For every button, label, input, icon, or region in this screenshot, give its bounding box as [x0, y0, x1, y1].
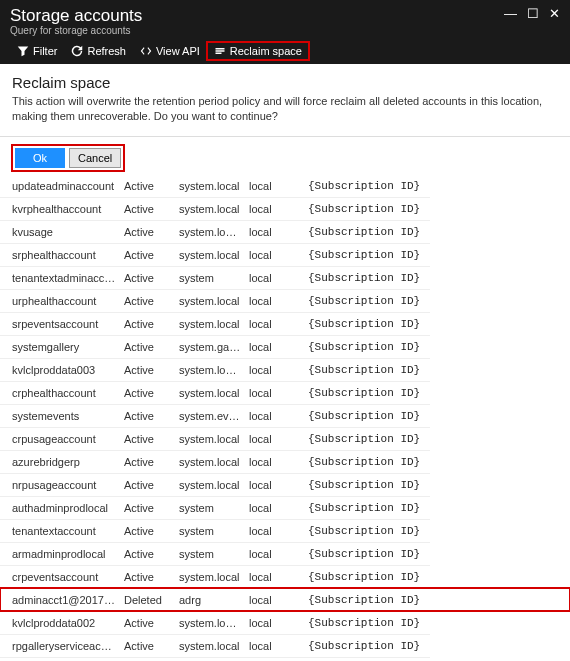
- location-cell: local: [245, 450, 290, 473]
- subscription-cell: {Subscription ID}: [290, 289, 430, 312]
- refresh-button[interactable]: Refresh: [64, 42, 133, 60]
- view-api-label: View API: [156, 45, 200, 57]
- location-cell: local: [245, 565, 290, 588]
- location-cell: local: [245, 381, 290, 404]
- table-row[interactable]: systemgalleryActivesystem.gall…local{Sub…: [0, 335, 570, 358]
- table-row[interactable]: kvusageActivesystem.loca…local{Subscript…: [0, 220, 570, 243]
- status-cell: Active: [120, 175, 175, 198]
- location-cell: local: [245, 519, 290, 542]
- resource-group-cell: system.loca…: [175, 358, 245, 381]
- status-cell: Active: [120, 450, 175, 473]
- status-cell: Active: [120, 335, 175, 358]
- status-cell: Active: [120, 266, 175, 289]
- refresh-icon: [71, 45, 83, 57]
- subscription-cell: {Subscription ID}: [290, 335, 430, 358]
- table-row[interactable]: adminacct1@2017-02-22T18…Deletedadrgloca…: [0, 588, 570, 611]
- table-row[interactable]: kvrphealthaccountActivesystem.locallocal…: [0, 197, 570, 220]
- account-name-cell: tenantextadminaccount: [0, 266, 120, 289]
- resource-group-cell: system: [175, 542, 245, 565]
- status-cell: Active: [120, 312, 175, 335]
- location-cell: local: [245, 358, 290, 381]
- status-cell: Active: [120, 381, 175, 404]
- status-cell: Active: [120, 427, 175, 450]
- dialog-message: This action will overwrite the retention…: [12, 94, 558, 124]
- blade-header: Storage accounts Query for storage accou…: [0, 0, 570, 64]
- table-row[interactable]: updateadminaccountActivesystem.localloca…: [0, 175, 570, 198]
- subscription-cell: {Subscription ID}: [290, 588, 430, 611]
- dialog-title: Reclaim space: [12, 74, 558, 91]
- resource-group-cell: system.gall…: [175, 335, 245, 358]
- dialog-button-row: Ok Cancel: [12, 145, 124, 171]
- location-cell: local: [245, 175, 290, 198]
- location-cell: local: [245, 220, 290, 243]
- account-name-cell: crpusageaccount: [0, 427, 120, 450]
- resource-group-cell: system.local: [175, 634, 245, 657]
- ok-button[interactable]: Ok: [15, 148, 65, 168]
- account-name-cell: adminacct1@2017-02-22T18…: [0, 588, 120, 611]
- location-cell: local: [245, 289, 290, 312]
- subscription-cell: {Subscription ID}: [290, 634, 430, 657]
- subscription-cell: {Subscription ID}: [290, 381, 430, 404]
- location-cell: local: [245, 496, 290, 519]
- subscription-cell: {Subscription ID}: [290, 358, 430, 381]
- resource-group-cell: system.local: [175, 197, 245, 220]
- resource-group-cell: system.eve…: [175, 404, 245, 427]
- cancel-button[interactable]: Cancel: [69, 148, 121, 168]
- table-row[interactable]: kvlclproddata003Activesystem.loca…local{…: [0, 358, 570, 381]
- location-cell: local: [245, 404, 290, 427]
- divider: [0, 136, 570, 137]
- table-row[interactable]: authadminprodlocalActivesystemlocal{Subs…: [0, 496, 570, 519]
- subscription-cell: {Subscription ID}: [290, 565, 430, 588]
- account-name-cell: kvlclproddata002: [0, 611, 120, 634]
- view-api-button[interactable]: View API: [133, 42, 207, 60]
- toolbar: Filter Refresh View API Reclaim space: [10, 42, 560, 64]
- table-row[interactable]: crphealthaccountActivesystem.locallocal{…: [0, 381, 570, 404]
- table-row[interactable]: tenantextaccountActivesystemlocal{Subscr…: [0, 519, 570, 542]
- reclaim-space-button[interactable]: Reclaim space: [207, 42, 309, 60]
- account-name-cell: rpgalleryserviceaccount: [0, 634, 120, 657]
- account-name-cell: crphealthaccount: [0, 381, 120, 404]
- table-row[interactable]: srphealthaccountActivesystem.locallocal{…: [0, 243, 570, 266]
- subscription-cell: {Subscription ID}: [290, 519, 430, 542]
- status-cell: Active: [120, 634, 175, 657]
- filter-button[interactable]: Filter: [10, 42, 64, 60]
- location-cell: local: [245, 335, 290, 358]
- table-row[interactable]: crpeventsaccountActivesystem.locallocal{…: [0, 565, 570, 588]
- account-name-cell: kvusage: [0, 220, 120, 243]
- resource-group-cell: system.local: [175, 243, 245, 266]
- close-icon[interactable]: ✕: [549, 6, 560, 21]
- minimize-icon[interactable]: —: [504, 6, 517, 21]
- status-cell: Active: [120, 289, 175, 312]
- location-cell: local: [245, 266, 290, 289]
- accounts-table: updateadminaccountActivesystem.localloca…: [0, 175, 570, 658]
- resource-group-cell: system.local: [175, 175, 245, 198]
- status-cell: Active: [120, 197, 175, 220]
- location-cell: local: [245, 634, 290, 657]
- resource-group-cell: system: [175, 266, 245, 289]
- subscription-cell: {Subscription ID}: [290, 266, 430, 289]
- subscription-cell: {Subscription ID}: [290, 427, 430, 450]
- subscription-cell: {Subscription ID}: [290, 197, 430, 220]
- status-cell: Active: [120, 565, 175, 588]
- location-cell: local: [245, 243, 290, 266]
- table-row[interactable]: rpgalleryserviceaccountActivesystem.loca…: [0, 634, 570, 657]
- account-name-cell: tenantextaccount: [0, 519, 120, 542]
- table-row[interactable]: tenantextadminaccountActivesystemlocal{S…: [0, 266, 570, 289]
- table-row[interactable]: nrpusageaccountActivesystem.locallocal{S…: [0, 473, 570, 496]
- table-row[interactable]: kvlclproddata002Activesystem.loca…local{…: [0, 611, 570, 634]
- account-name-cell: srphealthaccount: [0, 243, 120, 266]
- table-row[interactable]: crpusageaccountActivesystem.locallocal{S…: [0, 427, 570, 450]
- table-row[interactable]: armadminprodlocalActivesystemlocal{Subsc…: [0, 542, 570, 565]
- table-row[interactable]: azurebridgerpActivesystem.locallocal{Sub…: [0, 450, 570, 473]
- account-name-cell: armadminprodlocal: [0, 542, 120, 565]
- maximize-icon[interactable]: ☐: [527, 6, 539, 21]
- account-name-cell: systemgallery: [0, 335, 120, 358]
- resource-group-cell: system.loca…: [175, 220, 245, 243]
- reclaim-label: Reclaim space: [230, 45, 302, 57]
- status-cell: Deleted: [120, 588, 175, 611]
- table-row[interactable]: urphealthaccountActivesystem.locallocal{…: [0, 289, 570, 312]
- status-cell: Active: [120, 611, 175, 634]
- table-row[interactable]: systemeventsActivesystem.eve…local{Subsc…: [0, 404, 570, 427]
- subscription-cell: {Subscription ID}: [290, 611, 430, 634]
- table-row[interactable]: srpeventsaccountActivesystem.locallocal{…: [0, 312, 570, 335]
